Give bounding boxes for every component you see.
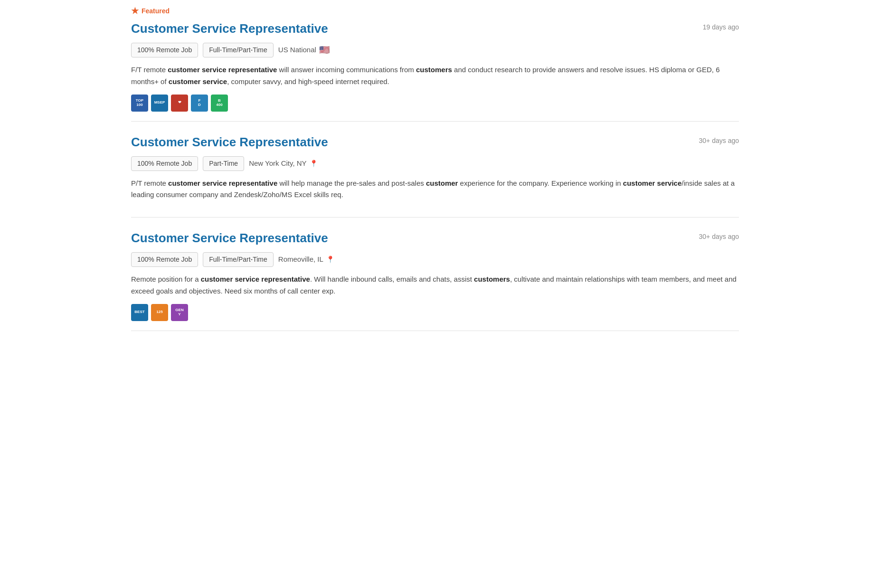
location-pin-icon: 📍 [310,159,318,169]
job-tags: 100% Remote JobFull-Time/Part-Time Romeo… [131,252,739,267]
job-badges: TOP100MSEP❤FDB400 [131,95,739,112]
featured-label: ★ Featured [131,5,739,18]
job-header: Customer Service Representative 30+ days… [131,229,739,247]
badge-125: 125 [151,304,168,321]
job-card-2: Customer Service Representative 30+ days… [131,122,739,218]
job-location: Romeoville, IL 📍 [278,254,334,265]
us-flag-icon: 🇺🇸 [319,44,330,57]
badge-top: TOP100 [131,95,148,112]
location-text: New York City, NY [249,158,306,169]
location-pin-icon: 📍 [326,255,334,265]
location-text: Romeoville, IL [278,254,323,265]
job-badges: BEST125GENY [131,304,739,321]
badge-red: ❤ [171,95,188,112]
badge-geny: GENY [171,304,188,321]
job-description: F/T remote customer service representati… [131,64,739,88]
badge-best: BEST [131,304,148,321]
job-tag: Full-Time/Part-Time [203,252,274,267]
job-tag: 100% Remote Job [131,43,198,57]
job-tag: Part-Time [203,156,244,171]
featured-text: Featured [142,6,170,16]
job-card-3: Customer Service Representative 30+ days… [131,218,739,331]
job-date: 30+ days ago [699,229,739,242]
job-header: Customer Service Representative 30+ days… [131,133,739,152]
job-tag: 100% Remote Job [131,252,198,267]
job-header: Customer Service Representative 19 days … [131,19,739,38]
job-description: P/T remote customer service representati… [131,178,739,201]
job-title-link[interactable]: Customer Service Representative [131,19,328,38]
badge-b400: B400 [211,95,228,112]
job-tags: 100% Remote JobFull-Time/Part-Time US Na… [131,43,739,57]
job-card-1: ★ Featured Customer Service Representati… [131,0,739,122]
job-tag: 100% Remote Job [131,156,198,171]
job-tag: Full-Time/Part-Time [203,43,274,57]
job-tags: 100% Remote JobPart-Time New York City, … [131,156,739,171]
job-date: 30+ days ago [699,133,739,146]
job-title-link[interactable]: Customer Service Representative [131,229,328,247]
badge-msep: MSEP [151,95,168,112]
job-location: US National 🇺🇸 [278,44,330,57]
badge-fd: FD [191,95,208,112]
location-text: US National [278,45,316,56]
job-title-link[interactable]: Customer Service Representative [131,133,328,152]
job-description: Remote position for a customer service r… [131,274,739,297]
job-list: ★ Featured Customer Service Representati… [122,0,748,331]
job-location: New York City, NY 📍 [249,158,317,169]
job-date: 19 days ago [703,19,739,32]
featured-star-icon: ★ [131,5,139,18]
